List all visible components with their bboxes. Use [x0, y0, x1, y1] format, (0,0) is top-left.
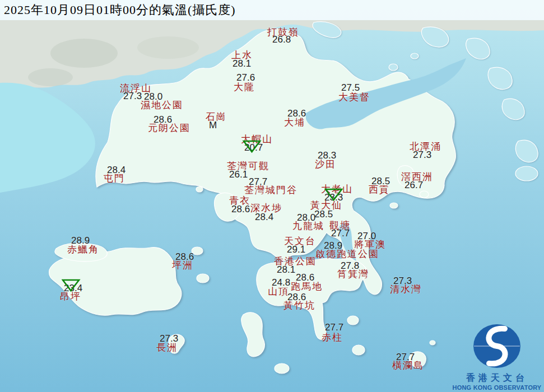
station-temperature: 27.7 — [331, 228, 350, 239]
station-temperature: 27.3 — [393, 276, 412, 287]
station-temperature: 26.7 — [404, 180, 423, 191]
station-temperature: 27.6 — [236, 72, 255, 83]
low-temp-triangle-marker — [243, 140, 262, 153]
station-temperature: 28.6 — [175, 251, 194, 263]
station-temperature: 28.0 — [144, 91, 162, 102]
station-temperature: 27.7 — [325, 322, 343, 333]
station-temperature: 28.1 — [233, 58, 251, 69]
station-temperature: 28.6 — [231, 204, 250, 215]
station-temperature: 28.9 — [324, 240, 342, 251]
station-temperature: 27.8 — [341, 260, 359, 272]
station-temperature: 27.3 — [123, 91, 142, 102]
hko-temperature-map-screen: 打鼓嶺26.8上水28.1大隴27.6流浮山27.3濕地公園28.0元朗公園28… — [0, 0, 544, 392]
station-temperature: 28.6 — [296, 272, 314, 283]
station-temperature: 28.3 — [318, 150, 336, 161]
station-temperature: 28.6 — [154, 114, 172, 125]
station-temperature: 28.9 — [71, 235, 90, 246]
station-temperature: 28.0 — [297, 212, 315, 223]
low-temp-triangle-marker — [62, 279, 81, 292]
station-temperature: 28.1 — [277, 264, 295, 276]
station-temperature: 28.5 — [371, 176, 390, 187]
station-temperature: 28.4 — [107, 165, 125, 176]
station-temperature: 29.1 — [287, 244, 305, 255]
station-temperature: 26.8 — [272, 34, 291, 45]
station-temperature: 27.7 — [396, 352, 415, 363]
station-temperature: 27.3 — [160, 333, 178, 344]
station-temperature: 27.3 — [413, 150, 431, 161]
low-temp-triangle-marker — [324, 188, 343, 202]
station-temperature: 28.4 — [255, 212, 273, 223]
station-temperature: 27.5 — [341, 82, 360, 94]
hko-logo-english-name: HONG KONG OBSERVATORY — [452, 384, 542, 391]
hko-logo-icon — [472, 323, 522, 370]
hko-logo-chinese-name: 香港天文台 — [452, 372, 542, 384]
station-temperature: 27.7 — [249, 176, 267, 188]
hko-logo: 香港天文台 HONG KONG OBSERVATORY — [452, 323, 542, 391]
map-title-bar: 2025年10月09日01時00分的氣溫(攝氏度) — [0, 0, 544, 20]
map-title: 2025年10月09日01時00分的氣溫(攝氏度) — [0, 2, 236, 18]
station-temperature: 26.1 — [229, 169, 248, 180]
station-temperature: 28.6 — [287, 292, 306, 303]
station-temperature: 24.8 — [272, 277, 290, 288]
station-temperature: 28.6 — [287, 108, 306, 119]
station-temperature: 27.0 — [357, 231, 376, 242]
station-temperature: M — [209, 120, 217, 131]
station-temperature: 28.5 — [314, 209, 333, 220]
